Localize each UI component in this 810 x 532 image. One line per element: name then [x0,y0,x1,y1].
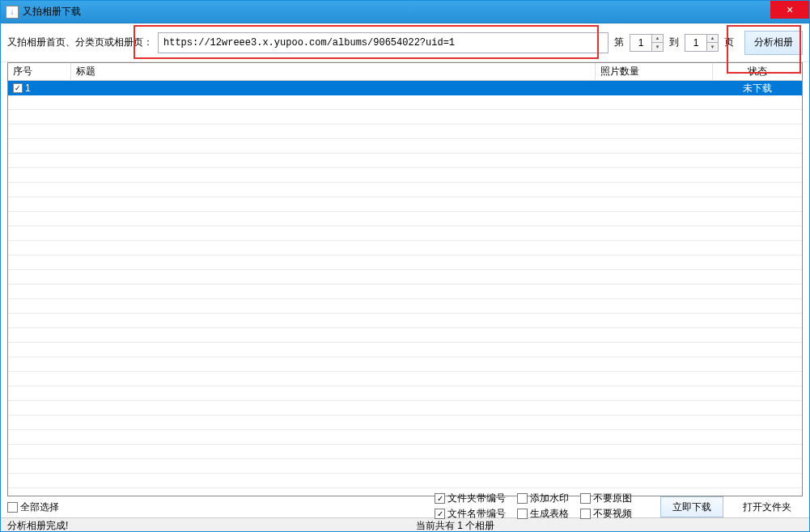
open-folder-button[interactable]: 打开文件夹 [732,496,803,517]
checkbox-icon [7,502,18,513]
status-message: 分析相册完成! [7,519,416,532]
close-button[interactable]: × [770,1,809,19]
page-from-input[interactable] [630,35,651,51]
checkbox-icon [580,493,591,504]
checkbox-icon [517,493,528,504]
select-all-checkbox[interactable]: 全部选择 [7,500,59,514]
checkbox-icon: ✓ [435,509,445,519]
file-number-checkbox[interactable]: ✓ 文件名带编号 [435,507,506,521]
window-title: 又拍相册下载 [23,5,81,19]
row-title [71,81,596,95]
gen-table-label: 生成表格 [530,507,569,521]
folder-number-label: 文件夹带编号 [447,492,506,505]
grid-lines [8,95,802,496]
checkbox-icon [580,509,591,519]
close-icon: × [787,3,793,16]
bottom-bar: 全部选择 ✓ 文件夹带编号 添加水印 不要原图 ✓ 文件名带编号 生成表格 不要… [1,496,809,517]
no-original-checkbox[interactable]: 不要原图 [580,492,632,505]
row-seq: 1 [25,82,31,94]
spin-down-icon[interactable]: ▼ [652,43,663,51]
url-label: 又拍相册首页、分类页或相册页： [7,36,153,49]
header-status[interactable]: 状态 [713,63,802,80]
watermark-label: 添加水印 [530,492,569,505]
table-header: 序号 标题 照片数量 状态 [8,63,802,81]
table-body[interactable]: ✓ 1 未下载 [8,81,802,496]
spin-down-icon[interactable]: ▼ [707,43,718,51]
header-count[interactable]: 照片数量 [596,63,713,80]
app-icon: ↓ [6,6,19,19]
page-from-label: 第 [614,36,624,49]
statusbar: 分析相册完成! 当前共有 1 个相册 [1,517,809,532]
file-number-label: 文件名带编号 [447,507,506,521]
checkbox-icon [517,509,528,519]
folder-number-checkbox[interactable]: ✓ 文件夹带编号 [435,492,506,505]
no-video-label: 不要视频 [593,507,632,521]
page-from-spinner[interactable]: ▲ ▼ [630,34,664,52]
download-button[interactable]: 立即下载 [660,496,723,517]
page-to-label: 到 [669,36,679,49]
header-seq[interactable]: 序号 [8,63,71,80]
toolbar: 又拍相册首页、分类页或相册页： 第 ▲ ▼ 到 ▲ ▼ 页 分析相册 [1,23,809,62]
row-checkbox[interactable]: ✓ [13,83,23,93]
row-status: 未下载 [713,81,802,95]
row-count [596,81,713,95]
spin-up-icon[interactable]: ▲ [652,35,663,44]
status-count: 当前共有 1 个相册 [416,519,803,532]
titlebar: ↓ 又拍相册下载 × [1,1,809,23]
album-table: 序号 标题 照片数量 状态 ✓ 1 未下载 [7,62,803,496]
no-original-label: 不要原图 [593,492,632,505]
gen-table-checkbox[interactable]: 生成表格 [517,507,569,521]
spin-up-icon[interactable]: ▲ [707,35,718,44]
watermark-checkbox[interactable]: 添加水印 [517,492,569,505]
header-title[interactable]: 标题 [71,63,596,80]
page-unit-label: 页 [724,36,734,49]
url-input[interactable] [158,32,609,53]
checkbox-icon: ✓ [435,493,445,504]
page-to-input[interactable] [685,35,706,51]
analyze-button[interactable]: 分析相册 [744,31,803,55]
select-all-label: 全部选择 [20,500,59,514]
options-grid: ✓ 文件夹带编号 添加水印 不要原图 ✓ 文件名带编号 生成表格 不要视频 [435,492,632,521]
page-to-spinner[interactable]: ▲ ▼ [685,34,719,52]
no-video-checkbox[interactable]: 不要视频 [580,507,632,521]
table-row[interactable]: ✓ 1 未下载 [8,81,802,95]
